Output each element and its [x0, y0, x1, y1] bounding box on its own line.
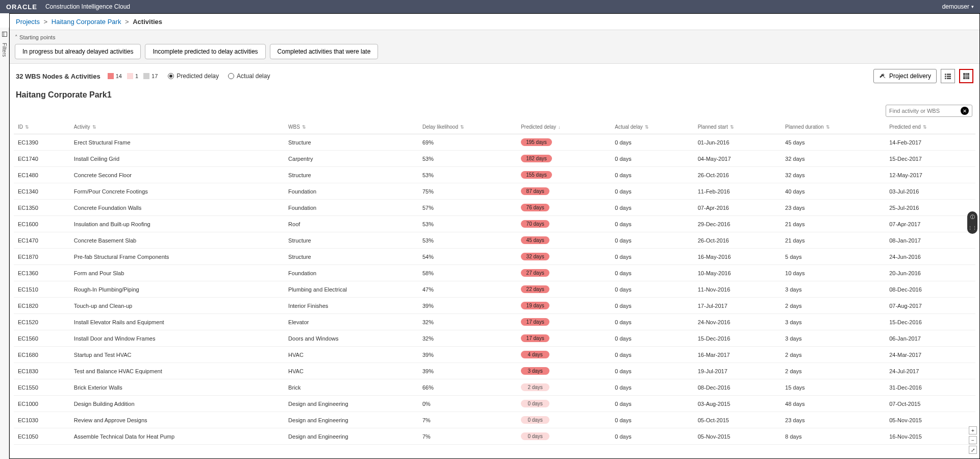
chevron-down-icon: ▾	[971, 4, 974, 9]
user-menu[interactable]: demouser ▾	[942, 3, 974, 10]
top-bar: ORACLE Construction Intelligence Cloud d…	[0, 0, 980, 13]
app-title: Construction Intelligence Cloud	[45, 3, 130, 10]
user-name: demouser	[942, 3, 969, 10]
oracle-logo: ORACLE	[6, 3, 37, 11]
